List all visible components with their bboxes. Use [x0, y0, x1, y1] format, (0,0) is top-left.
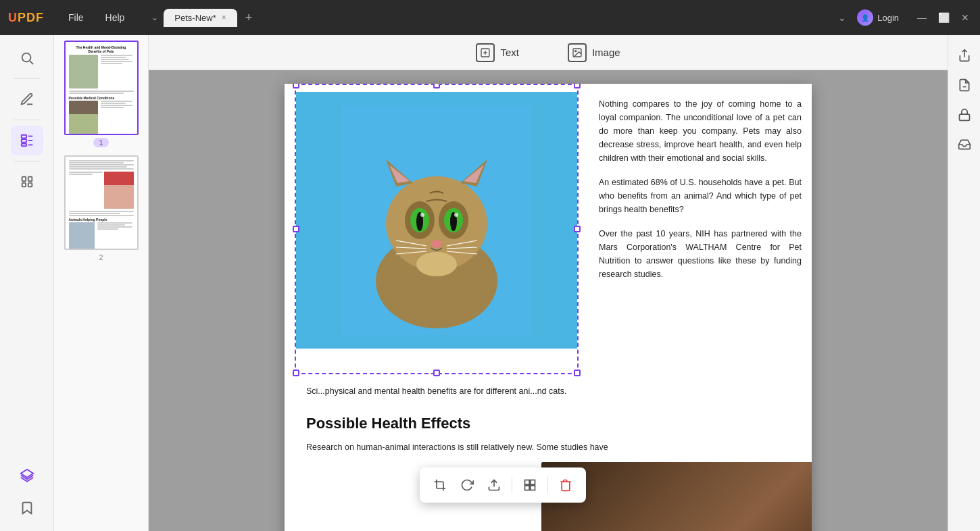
- handle-br[interactable]: [574, 370, 581, 376]
- login-btn[interactable]: 👤 Login: [857, 9, 899, 26]
- tab-pets-new[interactable]: Pets-New* ×: [164, 9, 237, 27]
- svg-rect-44: [525, 486, 530, 490]
- main-area: The Health and Mood-BoostingBenefits of …: [0, 35, 980, 531]
- text-tool-btn[interactable]: Text: [462, 38, 533, 68]
- sidebar-search[interactable]: [11, 43, 43, 73]
- svg-line-1: [30, 61, 33, 64]
- tab-label: Pets-New*: [174, 13, 216, 23]
- edit-toolbar: Text Image: [149, 35, 948, 70]
- svg-rect-4: [21, 144, 26, 147]
- titlebar-right: ⌄ 👤 Login — ⬜ ✕: [838, 9, 972, 26]
- float-rotate-btn[interactable]: [455, 473, 479, 497]
- right-lock-btn[interactable]: [952, 103, 977, 127]
- window-controls: — ⬜ ✕: [915, 12, 972, 23]
- menu-help[interactable]: Help: [97, 9, 133, 26]
- svg-rect-48: [959, 114, 969, 120]
- image-tool-label: Image: [592, 47, 620, 58]
- svg-point-0: [22, 53, 30, 62]
- svg-point-33: [431, 240, 442, 248]
- tab-bar: ⌄ Pets-New* × +: [149, 9, 258, 27]
- app-logo: UPDF: [8, 11, 44, 25]
- thumb-label-1: 1: [93, 138, 108, 147]
- handle-bc[interactable]: [433, 370, 440, 376]
- tab-dropdown[interactable]: ⌄: [149, 10, 161, 25]
- image-tool-icon: [568, 43, 587, 62]
- svg-point-32: [454, 213, 458, 217]
- minimize-btn[interactable]: —: [915, 12, 929, 23]
- float-delete-btn[interactable]: [554, 473, 578, 497]
- right-sidebar: [948, 35, 980, 531]
- svg-rect-3: [21, 139, 26, 143]
- svg-rect-10: [22, 183, 26, 187]
- handle-bl[interactable]: [293, 370, 299, 376]
- floating-toolbar: [420, 467, 586, 503]
- pdf-viewer[interactable]: Nothing compares to the joy of coming ho…: [149, 70, 948, 531]
- sidebar-bookmark[interactable]: [11, 493, 43, 523]
- svg-rect-42: [525, 480, 530, 485]
- text-tool-icon: [476, 43, 495, 62]
- svg-rect-11: [28, 183, 32, 187]
- cat-image[interactable]: [296, 92, 577, 349]
- close-btn[interactable]: ✕: [958, 12, 972, 23]
- svg-rect-45: [531, 486, 535, 490]
- svg-rect-8: [22, 177, 26, 181]
- thumb-img-1: The Health and Mood-BoostingBenefits of …: [64, 41, 139, 135]
- sidebar-annotate[interactable]: [11, 84, 43, 114]
- thumbnail-panel: The Health and Mood-BoostingBenefits of …: [54, 35, 149, 531]
- svg-rect-9: [28, 177, 32, 181]
- handle-tc[interactable]: [433, 84, 440, 88]
- pdf-text-right: Nothing compares to the joy of coming ho…: [589, 84, 812, 305]
- tabs-overflow-btn[interactable]: ⌄: [838, 12, 846, 23]
- svg-rect-43: [531, 480, 535, 485]
- restore-btn[interactable]: ⬜: [937, 12, 950, 23]
- sidebar-divider-2: [14, 120, 41, 120]
- pdf-para1: Nothing compares to the joy of coming ho…: [599, 97, 802, 165]
- left-sidebar: [0, 35, 54, 531]
- titlebar: UPDF File Help ⌄ Pets-New* × + ⌄ 👤 Login…: [0, 0, 980, 35]
- content-area: Text Image: [149, 35, 948, 531]
- float-divider2: [547, 477, 548, 493]
- image-tool-btn[interactable]: Image: [554, 38, 634, 68]
- thumb-img-2: Animals Helping People: [64, 155, 139, 250]
- login-label: Login: [877, 13, 899, 23]
- thumb-page-1[interactable]: The Health and Mood-BoostingBenefits of …: [59, 41, 143, 147]
- right-pdfa-btn[interactable]: [952, 73, 977, 97]
- float-replace-btn[interactable]: [518, 473, 542, 497]
- pdf-page: Nothing compares to the joy of coming ho…: [285, 84, 812, 531]
- pdf-para2: An estimated 68% of U.S. households have…: [599, 176, 802, 216]
- handle-tr[interactable]: [574, 84, 581, 88]
- menu-file[interactable]: File: [60, 9, 92, 26]
- float-crop-btn[interactable]: [428, 473, 452, 497]
- thumb-page-2[interactable]: Animals Helping People 2: [59, 155, 143, 262]
- svg-rect-2: [21, 135, 26, 138]
- float-divider: [512, 477, 512, 493]
- svg-point-17: [575, 50, 577, 51]
- text-tool-label: Text: [500, 47, 519, 58]
- right-inbox-btn[interactable]: [952, 132, 977, 157]
- sidebar-divider-1: [14, 78, 41, 79]
- tab-close-btn[interactable]: ×: [222, 13, 226, 22]
- pdf-para3: Over the past 10 years, NIH has partnere…: [599, 227, 802, 281]
- sidebar-organize[interactable]: [11, 167, 43, 197]
- sidebar-divider-3: [14, 161, 41, 161]
- sidebar-layers[interactable]: [11, 461, 43, 490]
- sidebar-edit[interactable]: [11, 126, 43, 155]
- health-title: Possible Health Effects: [306, 415, 802, 432]
- svg-point-40: [416, 252, 457, 276]
- health-section: Possible Health Effects Research on huma…: [296, 415, 812, 454]
- float-extract-btn[interactable]: [482, 473, 506, 497]
- sidebar-bottom: [11, 461, 43, 523]
- health-text: Research on human-animal interactions is…: [306, 440, 802, 454]
- svg-point-31: [420, 213, 424, 217]
- tab-add-btn[interactable]: +: [240, 11, 258, 25]
- pdf-bottom-text: Sci...physical and mental health benefit…: [296, 384, 812, 398]
- handle-tl[interactable]: [293, 84, 299, 88]
- right-share-btn[interactable]: [952, 43, 977, 68]
- user-avatar: 👤: [857, 9, 873, 26]
- thumb-label-2: 2: [93, 253, 108, 262]
